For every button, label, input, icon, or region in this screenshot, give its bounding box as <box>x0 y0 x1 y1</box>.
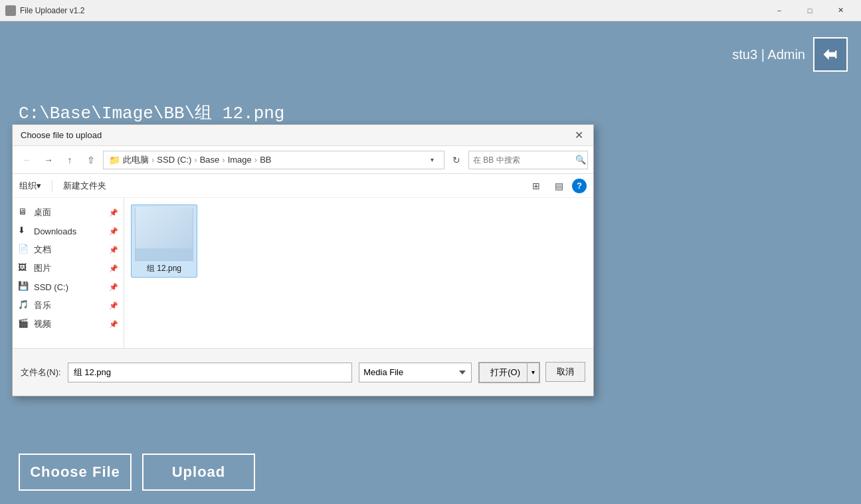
breadcrumb-pc[interactable]: 此电脑 <box>123 154 149 166</box>
titlebar-controls: − □ ✕ <box>764 0 856 21</box>
breadcrumb-image[interactable]: Image <box>228 155 252 165</box>
breadcrumb-dropdown-button[interactable]: ▾ <box>425 151 438 169</box>
dialog-titlebar: Choose file to upload ✕ <box>13 125 593 146</box>
search-bar: 🔍 <box>468 151 588 169</box>
titlebar: File Uploader v1.2 − □ ✕ <box>0 0 861 21</box>
drive-icon: 💾 <box>18 281 30 293</box>
pin-icon-drive: 📌 <box>109 283 118 292</box>
sidebar-item-pictures[interactable]: 🖼 图片 📌 <box>13 259 124 278</box>
cancel-button[interactable]: 取消 <box>545 362 585 382</box>
sidebar-label-downloads: Downloads <box>34 226 76 236</box>
breadcrumb-drive[interactable]: SSD (C:) <box>157 155 191 165</box>
new-folder-button[interactable]: 新建文件夹 <box>63 180 106 192</box>
app-icon <box>5 5 16 16</box>
dialog-bottom-bar: 文件名(N): Media File All Files 打开(O) ▾ 取消 <box>13 348 593 396</box>
downloads-icon: ⬇ <box>18 225 30 237</box>
logout-button[interactable] <box>813 37 848 72</box>
close-button[interactable]: ✕ <box>825 0 856 21</box>
open-button[interactable]: 打开(O) <box>479 363 527 382</box>
minimize-button[interactable]: − <box>764 0 795 21</box>
choose-file-button[interactable]: Choose File <box>19 454 132 491</box>
nav-up-button[interactable]: ↑ <box>60 151 79 169</box>
breadcrumb: 📁 此电脑 › SSD (C:) › Base › Image › BB <box>109 154 425 166</box>
file-preview-svg <box>136 207 193 260</box>
titlebar-left: File Uploader v1.2 <box>5 5 84 16</box>
file-thumbnail-0 <box>135 208 193 261</box>
sidebar-label-music: 音乐 <box>34 299 51 311</box>
nav-forward-button[interactable]: → <box>39 151 58 169</box>
breadcrumb-bb[interactable]: BB <box>260 155 271 165</box>
sidebar-label-pictures: 图片 <box>34 262 51 274</box>
file-area: 组 12.png <box>124 198 593 348</box>
dialog-close-button[interactable]: ✕ <box>572 129 585 142</box>
dialog-title: Choose file to upload <box>21 130 102 140</box>
user-name: stu3 | Admin <box>732 47 805 62</box>
refresh-button[interactable]: ↻ <box>447 151 466 169</box>
sidebar-label-desktop: 桌面 <box>34 207 51 218</box>
pin-icon-pictures: 📌 <box>109 264 118 273</box>
search-input[interactable] <box>473 155 573 165</box>
sidebar-item-documents[interactable]: 📄 文档 📌 <box>13 240 124 259</box>
logout-icon <box>821 45 840 64</box>
sidebar-label-videos: 视频 <box>34 318 51 330</box>
action-buttons: 打开(O) ▾ 取消 <box>478 362 585 383</box>
app-area: stu3 | Admin C:\Base\Image\BB\组 12.png C… <box>0 21 861 504</box>
maximize-button[interactable]: □ <box>795 0 825 21</box>
sidebar-item-music[interactable]: 🎵 音乐 📌 <box>13 296 124 315</box>
search-icon: 🔍 <box>575 155 586 165</box>
sidebar-item-drive[interactable]: 💾 SSD (C:) 📌 <box>13 278 124 296</box>
sidebar-label-drive: SSD (C:) <box>34 282 68 292</box>
filetype-select[interactable]: Media File All Files <box>359 363 472 382</box>
filename-label: 文件名(N): <box>21 367 61 378</box>
videos-icon: 🎬 <box>18 318 30 330</box>
pin-icon-music: 📌 <box>109 301 118 310</box>
documents-icon: 📄 <box>18 244 30 256</box>
file-dialog: Choose file to upload ✕ ← → ↑ ⇧ 📁 此电脑 › … <box>12 124 594 396</box>
music-icon: 🎵 <box>18 299 30 311</box>
nav-bar: ← → ↑ ⇧ 📁 此电脑 › SSD (C:) › Base › Image … <box>13 146 593 174</box>
sidebar-item-videos[interactable]: 🎬 视频 📌 <box>13 315 124 333</box>
svg-rect-1 <box>136 248 193 260</box>
toolbar-separator <box>52 180 52 192</box>
breadcrumb-folder-icon: 📁 <box>109 155 120 165</box>
dialog-body: 🖥 桌面 📌 ⬇ Downloads 📌 📄 文档 📌 🖼 图片 <box>13 198 593 348</box>
sidebar-item-downloads[interactable]: ⬇ Downloads 📌 <box>13 222 124 240</box>
organize-button[interactable]: 组织▾ <box>19 180 41 192</box>
nav-parent-button[interactable]: ⇧ <box>82 151 100 169</box>
sidebar: 🖥 桌面 📌 ⬇ Downloads 📌 📄 文档 📌 🖼 图片 <box>13 198 124 348</box>
desktop-icon: 🖥 <box>18 207 30 218</box>
breadcrumb-bar: 📁 此电脑 › SSD (C:) › Base › Image › BB ▾ <box>103 151 444 169</box>
page-buttons: Choose File Upload <box>19 454 255 491</box>
upload-button[interactable]: Upload <box>142 454 255 491</box>
breadcrumb-base[interactable]: Base <box>200 155 220 165</box>
user-info: stu3 | Admin <box>732 37 848 72</box>
open-button-group: 打开(O) ▾ <box>478 362 540 383</box>
pin-icon-documents: 📌 <box>109 246 118 254</box>
open-dropdown-button[interactable]: ▾ <box>527 363 539 382</box>
file-item-0[interactable]: 组 12.png <box>131 205 197 278</box>
sidebar-item-desktop[interactable]: 🖥 桌面 📌 <box>13 203 124 222</box>
pin-icon-desktop: 📌 <box>109 209 118 217</box>
file-name-0: 组 12.png <box>147 263 181 274</box>
view-icons-button[interactable]: ⊞ <box>527 177 545 195</box>
dialog-toolbar: 组织▾ 新建文件夹 ⊞ ▤ ? <box>13 174 593 198</box>
filename-input[interactable] <box>68 363 353 382</box>
file-path-display: C:\Base\Image\BB\组 12.png <box>19 101 284 124</box>
nav-back-button[interactable]: ← <box>18 151 37 169</box>
help-button[interactable]: ? <box>572 179 587 193</box>
app-title: File Uploader v1.2 <box>20 6 84 15</box>
sidebar-label-documents: 文档 <box>34 244 51 256</box>
pictures-icon: 🖼 <box>18 262 30 274</box>
pin-icon-videos: 📌 <box>109 320 118 329</box>
view-list-button[interactable]: ▤ <box>549 177 568 195</box>
toolbar-right: ⊞ ▤ ? <box>527 177 587 195</box>
pin-icon-downloads: 📌 <box>109 227 118 236</box>
